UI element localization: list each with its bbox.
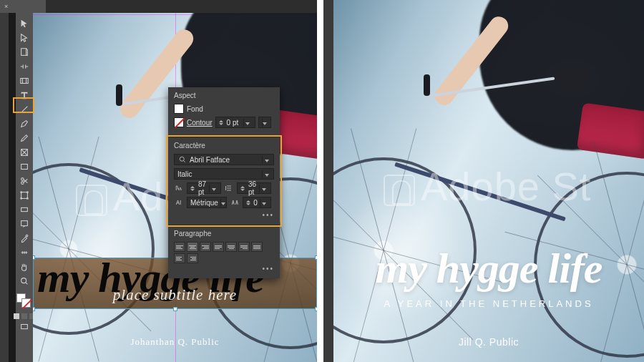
gradient-swatch-tool[interactable] bbox=[17, 203, 31, 216]
direct-selection-tool[interactable] bbox=[17, 31, 31, 44]
zoom-tool[interactable] bbox=[17, 275, 31, 288]
vertical-ruler bbox=[9, 0, 16, 362]
stroke-swatch[interactable] bbox=[174, 117, 184, 127]
line-tool[interactable] bbox=[17, 103, 31, 116]
chevron-down-icon[interactable] bbox=[262, 119, 268, 127]
free-transform-tool[interactable] bbox=[17, 189, 31, 202]
note-tool[interactable] bbox=[17, 217, 31, 230]
svg-point-14 bbox=[21, 278, 26, 283]
leading-field[interactable]: 36 pt bbox=[237, 182, 271, 194]
svg-rect-1 bbox=[21, 79, 29, 84]
tracking-value: 0 bbox=[253, 199, 258, 207]
stroke-label[interactable]: Contour bbox=[187, 119, 213, 127]
fill-stroke-swatch[interactable] bbox=[16, 293, 32, 309]
right-preview-area: Adobe St my hygge life A YEAR IN THE NET… bbox=[323, 0, 644, 362]
svg-rect-3 bbox=[21, 165, 28, 170]
font-family-value: Abril Fatface bbox=[190, 156, 260, 164]
gap-tool[interactable] bbox=[17, 60, 31, 73]
font-style-field[interactable]: Italic bbox=[174, 168, 274, 180]
stroke-weight-field[interactable]: 0 pt bbox=[215, 117, 255, 128]
stroke-weight-value: 0 pt bbox=[227, 119, 241, 127]
panel-divider bbox=[317, 0, 323, 362]
font-style-value: Italic bbox=[177, 170, 260, 178]
leading-value: 36 pt bbox=[248, 180, 257, 196]
chevron-down-icon[interactable] bbox=[259, 185, 268, 192]
horizontal-ruler bbox=[33, 0, 317, 13]
right-page: Adobe St my hygge life A YEAR IN THE NET… bbox=[333, 0, 644, 362]
svg-rect-15 bbox=[21, 325, 28, 329]
fill-swatch[interactable] bbox=[174, 104, 184, 114]
justify-center-button[interactable] bbox=[225, 242, 237, 252]
scissors-tool[interactable] bbox=[17, 175, 31, 187]
leading-icon bbox=[224, 184, 234, 192]
chevron-down-icon[interactable] bbox=[243, 119, 252, 127]
author-text-left[interactable]: Johanthan Q. Public bbox=[33, 336, 317, 348]
kerning-icon bbox=[174, 198, 184, 207]
selection-tool[interactable] bbox=[17, 17, 31, 30]
kerning-field[interactable]: Métrique bbox=[187, 197, 227, 208]
kerning-value: Métrique bbox=[190, 199, 218, 207]
stock-watermark: Adobe St bbox=[384, 163, 591, 210]
page-tool[interactable] bbox=[17, 46, 31, 59]
svg-point-5 bbox=[21, 178, 24, 181]
paragraph-more-icon[interactable]: ••• bbox=[174, 265, 274, 273]
svg-point-4 bbox=[21, 182, 24, 185]
color-mode-row[interactable] bbox=[14, 313, 35, 319]
hand-tool[interactable] bbox=[17, 260, 31, 273]
document-tab[interactable]: × bbox=[0, 0, 46, 13]
chevron-down-icon[interactable] bbox=[260, 199, 268, 207]
rectangle-frame-tool[interactable] bbox=[17, 146, 31, 159]
svg-rect-12 bbox=[21, 221, 28, 226]
justify-left-button[interactable] bbox=[213, 242, 224, 252]
character-section: Caractère Abril Fatface Italic bbox=[168, 137, 280, 225]
pencil-tool[interactable] bbox=[17, 132, 31, 145]
aspect-section: Aspect Fond Contour 0 pt bbox=[168, 87, 280, 137]
align-center-button[interactable] bbox=[187, 242, 198, 252]
character-title: Caractère bbox=[174, 142, 274, 150]
eyedropper-tool[interactable] bbox=[17, 232, 31, 245]
tools-panel bbox=[16, 13, 33, 362]
font-size-field[interactable]: 87 pt bbox=[187, 182, 221, 194]
chevron-down-icon[interactable] bbox=[220, 199, 225, 207]
align-left-button[interactable] bbox=[174, 242, 185, 252]
font-size-icon bbox=[174, 184, 184, 192]
measure-tool[interactable] bbox=[17, 246, 31, 259]
align-towards-spine-button[interactable] bbox=[174, 253, 185, 263]
font-family-field[interactable]: Abril Fatface bbox=[174, 154, 274, 165]
svg-point-16 bbox=[180, 157, 184, 161]
search-icon bbox=[177, 155, 187, 164]
align-right-button[interactable] bbox=[200, 242, 211, 252]
handlebar-grip bbox=[116, 84, 122, 106]
svg-rect-11 bbox=[21, 207, 28, 211]
align-away-spine-button[interactable] bbox=[187, 253, 198, 263]
chevron-down-icon[interactable] bbox=[262, 170, 270, 178]
rectangle-tool[interactable] bbox=[17, 160, 31, 173]
justify-all-button[interactable] bbox=[251, 242, 263, 252]
left-editor-area: × bbox=[0, 0, 317, 362]
character-more-icon[interactable]: ••• bbox=[174, 211, 274, 219]
chevron-down-icon[interactable] bbox=[209, 185, 218, 192]
pen-tool[interactable] bbox=[17, 117, 31, 130]
close-tab-icon[interactable]: × bbox=[4, 3, 8, 10]
aspect-title: Aspect bbox=[174, 92, 274, 99]
screen-mode-tool[interactable] bbox=[17, 321, 31, 333]
svg-rect-6 bbox=[21, 192, 28, 199]
author-text-right: Jill Q. Public bbox=[333, 336, 644, 348]
svg-rect-0 bbox=[21, 49, 26, 56]
type-tool[interactable] bbox=[17, 89, 31, 102]
paragraph-section: Paragraphe ••• bbox=[168, 225, 280, 278]
tracking-field[interactable]: 0 bbox=[243, 197, 271, 208]
paragraph-title: Paragraphe bbox=[174, 230, 274, 238]
subtitle-placeholder[interactable]: place subtitle here bbox=[33, 286, 317, 304]
font-size-value: 87 pt bbox=[198, 180, 207, 196]
properties-panel[interactable]: Aspect Fond Contour 0 pt bbox=[168, 87, 280, 278]
tracking-icon bbox=[230, 198, 240, 207]
svg-point-13 bbox=[26, 235, 28, 237]
subtitle-text-right: A YEAR IN THE NETHERLANDS bbox=[333, 298, 644, 309]
fill-label: Fond bbox=[187, 105, 203, 113]
chevron-down-icon[interactable] bbox=[262, 156, 270, 164]
stroke-style-dropdown[interactable] bbox=[258, 117, 271, 128]
justify-right-button[interactable] bbox=[238, 242, 250, 252]
content-collector-tool[interactable] bbox=[17, 74, 31, 87]
title-text-right: my hygge life bbox=[333, 244, 644, 293]
